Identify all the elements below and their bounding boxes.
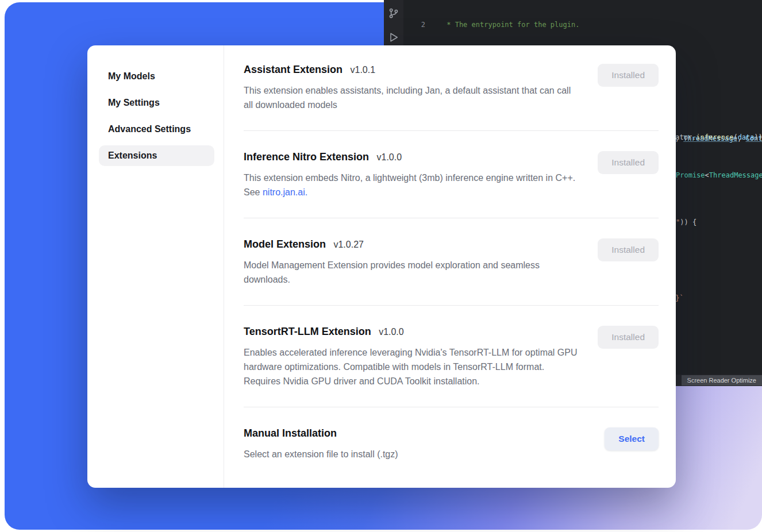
extension-name: TensortRT-LLM Extension — [244, 326, 371, 337]
installed-button[interactable]: Installed — [598, 151, 659, 174]
settings-sidebar: My Models My Settings Advanced Settings … — [87, 45, 224, 488]
installed-button[interactable]: Installed — [598, 326, 659, 349]
code-fragment: rator.inference(data)); — [671, 133, 762, 142]
extension-description: Enables accelerated inference leveraging… — [244, 345, 578, 388]
source-control-icon[interactable] — [387, 7, 400, 20]
desktop: 2 * The entrypoint for the plugin. 3 */ … — [0, 0, 762, 532]
extension-item-assistant: Assistant Extension v1.0.1 This extensio… — [244, 63, 659, 131]
sidebar-item-my-models[interactable]: My Models — [99, 66, 214, 87]
extension-description: This extension embeds Nitro, a lightweig… — [244, 171, 578, 199]
manual-installation-description: Select an extension file to install (.tg… — [244, 447, 398, 461]
screen-reader-status[interactable]: Screen Reader Optimize — [682, 375, 762, 385]
code-fragment: ")) { — [676, 218, 696, 227]
extensions-panel: Assistant Extension v1.0.1 This extensio… — [224, 45, 676, 488]
extension-version: v1.0.27 — [333, 240, 363, 249]
run-debug-icon[interactable] — [387, 31, 400, 44]
extension-version: v1.0.1 — [351, 65, 376, 75]
manual-installation-section: Manual Installation Select an extension … — [244, 407, 659, 461]
extension-description: Model Management Extension provides mode… — [244, 258, 578, 287]
line-number: 2 — [403, 20, 432, 30]
sidebar-item-advanced-settings[interactable]: Advanced Settings — [99, 119, 214, 140]
extension-name: Inference Nitro Extension — [244, 151, 369, 163]
extension-title-row: Manual Installation — [244, 427, 398, 440]
manual-installation-title: Manual Installation — [244, 427, 337, 439]
extension-title-row: Inference Nitro Extension v1.0.0 — [244, 151, 578, 163]
extension-item-model: Model Extension v1.0.27 Model Management… — [244, 218, 659, 306]
extension-title-row: Assistant Extension v1.0.1 — [244, 64, 578, 76]
settings-modal: My Models My Settings Advanced Settings … — [87, 45, 676, 488]
extension-item-tensorrt-llm: TensortRT-LLM Extension v1.0.0 Enables a… — [244, 306, 659, 407]
extension-item-inference-nitro: Inference Nitro Extension v1.0.0 This ex… — [244, 131, 659, 218]
select-file-button[interactable]: Select — [605, 427, 659, 450]
extension-version: v1.0.0 — [379, 327, 404, 337]
extension-name: Model Extension — [244, 238, 326, 250]
extension-name: Assistant Extension — [244, 64, 342, 75]
installed-button[interactable]: Installed — [598, 238, 659, 261]
extension-version: v1.0.0 — [377, 152, 402, 162]
extension-description: This extension enables assistants, inclu… — [244, 83, 578, 112]
nitro-jan-ai-link[interactable]: nitro.jan.ai. — [263, 187, 307, 197]
sidebar-item-my-settings[interactable]: My Settings — [99, 92, 214, 113]
installed-button[interactable]: Installed — [598, 64, 659, 87]
extension-title-row: Model Extension v1.0.27 — [244, 238, 578, 250]
code-fragment: Promise<ThreadMessage> — [676, 171, 762, 180]
sidebar-item-extensions[interactable]: Extensions — [99, 145, 214, 166]
code-line: 2 * The entrypoint for the plugin. — [403, 20, 762, 30]
extension-title-row: TensortRT-LLM Extension v1.0.0 — [244, 326, 578, 338]
